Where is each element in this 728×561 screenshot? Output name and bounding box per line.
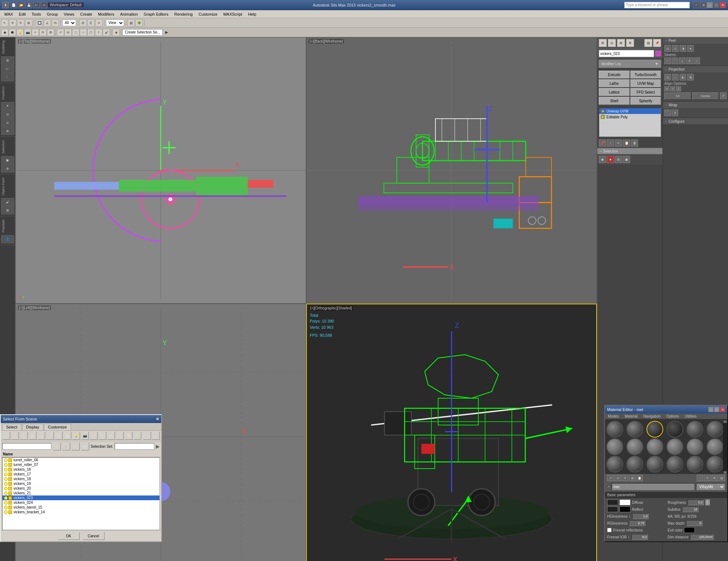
roughness-spinner[interactable]: ▲ ▼ xyxy=(705,499,710,505)
modifier-list-dropdown[interactable]: Modifier List ▼ xyxy=(599,60,661,68)
proj-icon-2[interactable]: ○ xyxy=(672,74,678,80)
mat-ball-1[interactable] xyxy=(606,421,623,438)
dialog-close-button[interactable]: ✕ xyxy=(156,417,159,422)
mat-ball-11[interactable] xyxy=(687,438,703,455)
frp-projection-header[interactable]: Projection xyxy=(663,66,728,72)
mat-ball-9[interactable] xyxy=(646,438,663,455)
peel-icon-3[interactable]: ◑ xyxy=(680,45,686,52)
rgloss-input[interactable] xyxy=(629,520,645,526)
menu-views[interactable]: Views xyxy=(61,11,77,17)
rp-icon-4[interactable]: ⚙ xyxy=(626,39,634,47)
mat-ball-3[interactable] xyxy=(646,421,663,438)
me-restore[interactable]: □ xyxy=(714,407,719,412)
sidebar-btn-op2[interactable]: ⊠ xyxy=(1,206,14,214)
align-y-btn[interactable]: Y xyxy=(670,86,675,91)
sidebar-btn-3[interactable]: ⋮ xyxy=(1,73,14,81)
dt-btn-helper[interactable]: + xyxy=(90,432,98,440)
menu-animation[interactable]: Animation xyxy=(117,11,141,17)
frp-configure-header[interactable]: Configure xyxy=(663,118,728,125)
menu-customize[interactable]: Customize xyxy=(195,11,220,17)
save-btn[interactable]: 💾 xyxy=(25,2,32,8)
dimdistance-input[interactable] xyxy=(690,534,714,540)
view-dropdown[interactable]: View xyxy=(106,20,124,26)
dt-btn-sel[interactable]: ▶ xyxy=(28,432,36,440)
bind-spacewarp[interactable]: ↗ xyxy=(57,29,64,36)
mat-ball-16[interactable] xyxy=(666,456,683,473)
snap-toggle[interactable]: 🔲 xyxy=(36,19,43,27)
mod-btn-turbosmooth[interactable]: TurboSmooth xyxy=(630,71,661,79)
seam-icon-4[interactable]: ∂ xyxy=(686,58,693,64)
me-close[interactable]: ✕ xyxy=(720,407,725,412)
rp-stack-scroll[interactable]: ↕ xyxy=(607,139,614,147)
create-spacewarp[interactable]: ⟳ xyxy=(39,29,47,36)
me-nav-delete[interactable]: ✕ xyxy=(622,475,628,481)
menu-maxscript[interactable]: MAXScript xyxy=(220,11,245,17)
dialog-search-input[interactable] xyxy=(2,443,51,450)
sort-hier[interactable]: ≡ xyxy=(72,442,80,450)
mod-btn-ffdselect[interactable]: FFD Select xyxy=(630,88,661,96)
sel-icon-1[interactable]: ◉ xyxy=(599,156,606,163)
mat-ball-5[interactable] xyxy=(687,421,703,438)
list-item[interactable]: vickers_bracket_14 xyxy=(3,510,159,514)
stack-item-editable-poly[interactable]: E Editable Poly xyxy=(599,114,661,120)
workspace-selector[interactable]: Workspace: Default xyxy=(47,2,84,8)
me-minimize[interactable]: − xyxy=(708,407,713,412)
exitcolor-swatch[interactable] xyxy=(684,527,695,533)
me-menu-options[interactable]: Options xyxy=(664,414,682,419)
mat-ball-14[interactable] xyxy=(626,456,643,473)
proj-reset-icon[interactable]: ↺ xyxy=(720,92,727,99)
list-item[interactable]: turret_roller_06 xyxy=(3,458,159,462)
mod-btn-lattice[interactable]: Lattice xyxy=(599,88,630,96)
dt-btn-xref[interactable]: X xyxy=(116,432,124,440)
mat-ball-10[interactable] xyxy=(666,438,683,455)
dt-btn-all[interactable]: ○ xyxy=(2,432,10,440)
dt-btn-geo[interactable]: ◆ xyxy=(55,432,63,440)
dt-btn-camera[interactable]: 📷 xyxy=(81,432,89,440)
me-nav-pick[interactable]: ↗ xyxy=(607,475,614,481)
move-tool[interactable]: ✛ xyxy=(9,19,16,27)
list-item[interactable]: vickers_20 xyxy=(3,486,159,491)
mat-ball-12[interactable] xyxy=(707,438,723,455)
stack-item-unwrap[interactable]: ⊞ Unwrap UVW xyxy=(599,108,661,114)
angle-snap[interactable]: ∠ xyxy=(44,19,51,27)
list-item-selected[interactable]: vickers_023 xyxy=(3,495,159,500)
fresnel-checkbox[interactable]: ✓ xyxy=(607,528,612,532)
list-item[interactable]: turret_roller_07 xyxy=(3,462,159,467)
hgloss-input[interactable] xyxy=(632,513,649,519)
viewport-top[interactable]: [+][Top][Wireframe] xyxy=(15,37,306,304)
me-menu-navigation[interactable]: Navigation xyxy=(641,414,664,419)
menu-help[interactable]: Help xyxy=(245,11,259,17)
sidebar-btn-1[interactable]: ⊞ xyxy=(1,56,14,64)
rp-stack-pin[interactable]: 📌 xyxy=(599,139,606,147)
material-editor-title[interactable]: Material Editor - met − □ ✕ xyxy=(605,406,727,414)
open-btn[interactable]: 📂 xyxy=(18,2,24,8)
seam-icon-3[interactable]: ⊥ xyxy=(679,58,685,64)
rp-stack-cut[interactable]: ✂ xyxy=(615,139,622,147)
lasso-sel[interactable]: ⌇ xyxy=(95,29,102,36)
dt-btn-invert[interactable]: ⊕ xyxy=(20,432,28,440)
dt-btn-group[interactable]: ⊞ xyxy=(107,432,115,440)
frp-peel-header[interactable]: Peel xyxy=(663,37,728,44)
rp-stack-delete[interactable]: 🗑 xyxy=(631,139,638,147)
list-item[interactable]: vickers_18 xyxy=(3,477,159,481)
sidebar-btn-s2[interactable]: ⊕ xyxy=(1,165,14,173)
expand-arrow[interactable]: ▶ xyxy=(156,443,160,449)
scene-explorer[interactable]: 🌳 xyxy=(135,19,143,27)
object-list[interactable]: turret_roller_06 turret_roller_07 vicker… xyxy=(2,457,160,530)
me-material-type-selector[interactable]: VRayMtl xyxy=(696,483,725,490)
menu-tools[interactable]: Tools xyxy=(29,11,44,17)
me-material-name-field[interactable] xyxy=(612,483,695,490)
display-mode[interactable]: ⊞ xyxy=(81,442,89,450)
mod-btn-lathe[interactable]: Lathe xyxy=(599,79,630,87)
dialog-tab-display[interactable]: Display xyxy=(22,424,43,430)
me-nav-paste[interactable]: 📋 xyxy=(636,475,643,481)
rp-icon-1[interactable]: ⊞ xyxy=(599,39,607,47)
seam-icon-1[interactable]: ⌐ xyxy=(664,58,671,64)
diffuse-swatch[interactable] xyxy=(607,499,618,505)
scale-tool[interactable]: ⊞ xyxy=(25,19,32,27)
peel-icon-2[interactable]: ⊙ xyxy=(672,45,678,52)
dialog-title-bar[interactable]: Select From Scene ✕ xyxy=(1,415,161,423)
select-by-name[interactable]: H xyxy=(64,29,72,36)
dt-btn-sort2[interactable]: ↓ xyxy=(152,432,160,440)
mat-ball-15[interactable] xyxy=(646,456,663,473)
